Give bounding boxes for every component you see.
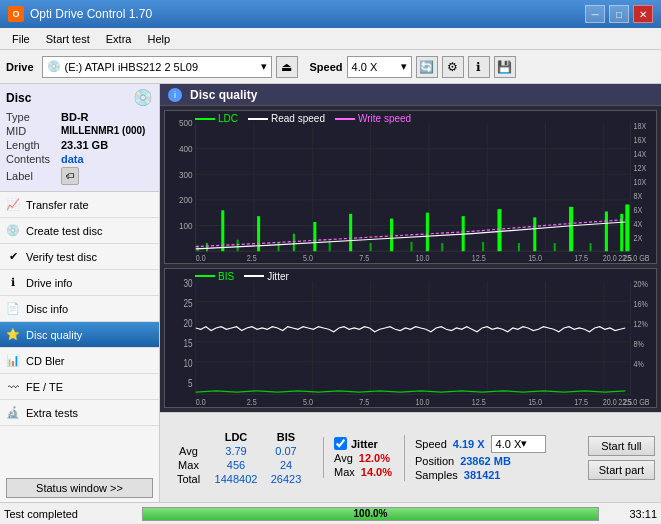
svg-text:7.5: 7.5	[359, 253, 369, 263]
close-button[interactable]: ✕	[633, 5, 653, 23]
speed-select-stats[interactable]: 4.0 X ▾	[491, 435, 546, 453]
drive-label: Drive	[6, 61, 34, 73]
nav-fe-te[interactable]: 〰 FE / TE	[0, 374, 159, 400]
nav-transfer-rate[interactable]: 📈 Transfer rate	[0, 192, 159, 218]
svg-rect-58	[518, 243, 520, 251]
label-key: Label	[6, 170, 61, 182]
total-bis: 26423	[261, 473, 311, 485]
jitter-checkbox[interactable]	[334, 437, 347, 450]
ldc-color	[195, 118, 215, 120]
ldc-label: LDC	[218, 113, 238, 124]
nav-disc-info[interactable]: 📄 Disc info	[0, 296, 159, 322]
info-button[interactable]: ℹ	[468, 56, 490, 78]
max-ldc: 456	[211, 459, 261, 471]
refresh-button[interactable]: 🔄	[416, 56, 438, 78]
svg-text:8X: 8X	[633, 191, 642, 201]
stats-table: LDC BIS Avg 3.79 0.07 Max 456 24 Total	[166, 431, 311, 485]
svg-text:20%: 20%	[633, 279, 647, 289]
start-full-button[interactable]: Start full	[588, 436, 655, 456]
jitter-max-row: Max 14.0%	[334, 466, 392, 478]
svg-rect-66	[165, 269, 656, 407]
window-controls: ─ □ ✕	[585, 5, 653, 23]
verify-test-disc-icon: ✔	[6, 250, 20, 264]
disc-quality-header: i Disc quality	[160, 84, 661, 106]
ldc-chart-legend: LDC Read speed Write speed	[195, 113, 411, 124]
write-speed-label: Write speed	[358, 113, 411, 124]
title-bar: O Opti Drive Control 1.70 ─ □ ✕	[0, 0, 661, 28]
svg-rect-53	[426, 213, 429, 252]
bis-chart-svg: 30 25 20 15 10 5 20% 16% 12% 8% 4% 0.0 2…	[165, 269, 656, 407]
svg-text:10X: 10X	[633, 177, 646, 187]
minimize-button[interactable]: ─	[585, 5, 605, 23]
eject-button[interactable]: ⏏	[276, 56, 298, 78]
svg-text:25: 25	[184, 298, 193, 309]
settings-button[interactable]: ⚙	[442, 56, 464, 78]
disc-info-panel: Disc 💿 Type BD-R MID MILLENMR1 (000) Len…	[0, 84, 159, 192]
svg-rect-65	[625, 204, 629, 251]
total-ldc: 1448402	[211, 473, 261, 485]
avg-label: Avg	[166, 445, 211, 457]
nav-create-test-disc[interactable]: 💿 Create test disc	[0, 218, 159, 244]
svg-text:100: 100	[179, 221, 193, 232]
svg-text:17.5: 17.5	[574, 397, 588, 407]
jitter-header: Jitter	[351, 438, 378, 450]
nav-verify-test-disc[interactable]: ✔ Verify test disc	[0, 244, 159, 270]
nav-disc-quality[interactable]: ⭐ Disc quality	[0, 322, 159, 348]
speed-select-val: 4.0 X	[496, 438, 522, 450]
write-speed-legend: Write speed	[335, 113, 411, 124]
svg-rect-57	[497, 209, 501, 251]
svg-rect-41	[206, 243, 208, 251]
type-val: BD-R	[61, 111, 153, 123]
maximize-button[interactable]: □	[609, 5, 629, 23]
speed-section: Speed 4.19 X 4.0 X ▾ Position 23862 MB S…	[404, 435, 576, 481]
nav-items: 📈 Transfer rate 💿 Create test disc ✔ Ver…	[0, 192, 159, 474]
nav-disc-info-label: Disc info	[26, 303, 68, 315]
nav-fe-te-label: FE / TE	[26, 381, 63, 393]
svg-text:30: 30	[184, 278, 193, 289]
nav-drive-info[interactable]: ℹ Drive info	[0, 270, 159, 296]
jitter-avg-row: Avg 12.0%	[334, 452, 392, 464]
menu-bar: File Start test Extra Help	[0, 28, 661, 50]
nav-create-test-disc-label: Create test disc	[26, 225, 102, 237]
jitter-color	[244, 275, 264, 277]
disc-quality-icon: ⭐	[6, 328, 20, 342]
svg-rect-56	[482, 242, 484, 251]
jitter-max-label: Max	[334, 466, 355, 478]
nav-cd-bler[interactable]: 📊 CD Bler	[0, 348, 159, 374]
menu-file[interactable]: File	[4, 31, 38, 47]
svg-text:5.0: 5.0	[303, 253, 313, 263]
cd-bler-icon: 📊	[6, 354, 20, 368]
menu-help[interactable]: Help	[139, 31, 178, 47]
drive-selector[interactable]: 💿 (E:) ATAPI iHBS212 2 5L09 ▾	[42, 56, 272, 78]
svg-rect-63	[605, 211, 608, 251]
position-val: 23862 MB	[460, 455, 511, 467]
stats-avg-row: Avg 3.79 0.07	[166, 445, 311, 457]
status-window-button[interactable]: Status window >>	[6, 478, 153, 498]
menu-start-test[interactable]: Start test	[38, 31, 98, 47]
svg-rect-51	[390, 219, 393, 252]
disc-section-label: Disc	[6, 91, 31, 105]
save-button[interactable]: 💾	[494, 56, 516, 78]
mid-key: MID	[6, 125, 61, 137]
menu-extra[interactable]: Extra	[98, 31, 140, 47]
speed-selector[interactable]: 4.0 X ▾	[347, 56, 412, 78]
time-display: 33:11	[607, 508, 657, 520]
ldc-chart-svg: 500 400 300 200 100 18X 16X 14X 12X 10X …	[165, 111, 656, 263]
nav-extra-tests[interactable]: 🔬 Extra tests	[0, 400, 159, 426]
stats-max-row: Max 456 24	[166, 459, 311, 471]
progress-label: 100.0%	[143, 508, 598, 520]
title-bar-text: Opti Drive Control 1.70	[30, 7, 585, 21]
svg-rect-59	[533, 217, 536, 251]
bis-label: BIS	[218, 271, 234, 282]
jitter-avg-val: 12.0%	[359, 452, 390, 464]
svg-rect-61	[569, 207, 573, 251]
sidebar: Disc 💿 Type BD-R MID MILLENMR1 (000) Len…	[0, 84, 160, 502]
samples-row: Samples 381421	[415, 469, 576, 481]
svg-text:15: 15	[184, 338, 193, 349]
svg-text:6X: 6X	[633, 205, 642, 215]
drive-value: (E:) ATAPI iHBS212 2 5L09	[65, 61, 199, 73]
avg-bis: 0.07	[261, 445, 311, 457]
jitter-checkbox-row: Jitter	[334, 437, 392, 450]
start-part-button[interactable]: Start part	[588, 460, 655, 480]
svg-text:4X: 4X	[633, 219, 642, 229]
